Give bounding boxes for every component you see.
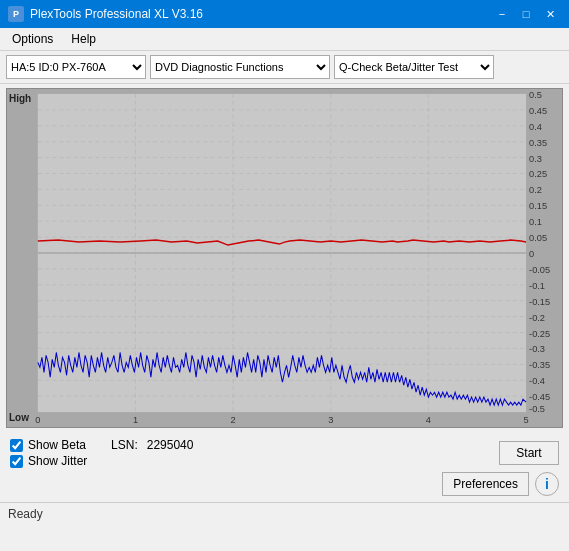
menu-bar: Options Help <box>0 28 569 51</box>
menu-options[interactable]: Options <box>4 30 61 48</box>
status-text: Ready <box>8 507 43 521</box>
bottom-row-main: Show Beta LSN: 2295040 Show Jitter Start <box>10 438 559 468</box>
right-buttons: Start <box>499 441 559 465</box>
svg-text:0.5: 0.5 <box>529 90 542 100</box>
show-jitter-row: Show Jitter <box>10 454 193 468</box>
bottom-panel: Show Beta LSN: 2295040 Show Jitter Start… <box>0 432 569 502</box>
svg-text:0.4: 0.4 <box>529 122 542 132</box>
svg-text:1: 1 <box>133 415 138 425</box>
y-axis-high-label: High <box>9 93 31 104</box>
svg-text:-0.05: -0.05 <box>529 265 550 275</box>
svg-text:5: 5 <box>523 415 528 425</box>
chart-area: High Low <box>6 88 563 428</box>
show-jitter-checkbox[interactable] <box>10 455 23 468</box>
title-bar-controls: − □ ✕ <box>491 5 561 23</box>
svg-text:0.05: 0.05 <box>529 233 547 243</box>
status-bar: Ready <box>0 502 569 524</box>
svg-text:0: 0 <box>35 415 40 425</box>
svg-text:3: 3 <box>328 415 333 425</box>
svg-text:0.3: 0.3 <box>529 154 542 164</box>
app-icon: P <box>8 6 24 22</box>
svg-text:-0.2: -0.2 <box>529 313 545 323</box>
show-beta-label: Show Beta <box>28 438 86 452</box>
svg-text:-0.35: -0.35 <box>529 360 550 370</box>
show-beta-row: Show Beta LSN: 2295040 <box>10 438 193 452</box>
svg-text:0.1: 0.1 <box>529 217 542 227</box>
menu-help[interactable]: Help <box>63 30 104 48</box>
start-button[interactable]: Start <box>499 441 559 465</box>
svg-text:-0.25: -0.25 <box>529 329 550 339</box>
svg-text:0: 0 <box>529 249 534 259</box>
lsn-value: 2295040 <box>147 438 194 452</box>
title-bar-title: PlexTools Professional XL V3.16 <box>30 7 203 21</box>
toolbar: HA:5 ID:0 PX-760A DVD Diagnostic Functio… <box>0 51 569 84</box>
drive-select[interactable]: HA:5 ID:0 PX-760A <box>6 55 146 79</box>
lsn-label: LSN: <box>111 438 138 452</box>
svg-text:-0.4: -0.4 <box>529 376 545 386</box>
close-button[interactable]: ✕ <box>539 5 561 23</box>
show-jitter-label: Show Jitter <box>28 454 87 468</box>
svg-text:0.35: 0.35 <box>529 138 547 148</box>
svg-text:4: 4 <box>426 415 431 425</box>
svg-text:0.45: 0.45 <box>529 106 547 116</box>
y-axis-low-label: Low <box>9 412 29 423</box>
svg-text:-0.1: -0.1 <box>529 281 545 291</box>
title-bar: P PlexTools Professional XL V3.16 − □ ✕ <box>0 0 569 28</box>
info-button[interactable]: i <box>535 472 559 496</box>
svg-text:-0.5: -0.5 <box>529 404 545 414</box>
svg-text:-0.15: -0.15 <box>529 297 550 307</box>
svg-text:0.25: 0.25 <box>529 170 547 180</box>
show-beta-checkbox[interactable] <box>10 439 23 452</box>
preferences-button[interactable]: Preferences <box>442 472 529 496</box>
svg-text:2: 2 <box>231 415 236 425</box>
chart-svg: 0.5 0.45 0.4 0.35 0.3 0.25 0.2 0.15 0.1 … <box>7 89 562 427</box>
svg-text:0.2: 0.2 <box>529 186 542 196</box>
title-bar-left: P PlexTools Professional XL V3.16 <box>8 6 203 22</box>
svg-text:0.15: 0.15 <box>529 201 547 211</box>
svg-text:-0.3: -0.3 <box>529 345 545 355</box>
svg-text:-0.45: -0.45 <box>529 392 550 402</box>
prefs-row: Preferences i <box>10 472 559 496</box>
minimize-button[interactable]: − <box>491 5 513 23</box>
maximize-button[interactable]: □ <box>515 5 537 23</box>
checkboxes: Show Beta LSN: 2295040 Show Jitter <box>10 438 193 468</box>
test-select[interactable]: Q-Check Beta/Jitter Test <box>334 55 494 79</box>
function-select[interactable]: DVD Diagnostic Functions <box>150 55 330 79</box>
